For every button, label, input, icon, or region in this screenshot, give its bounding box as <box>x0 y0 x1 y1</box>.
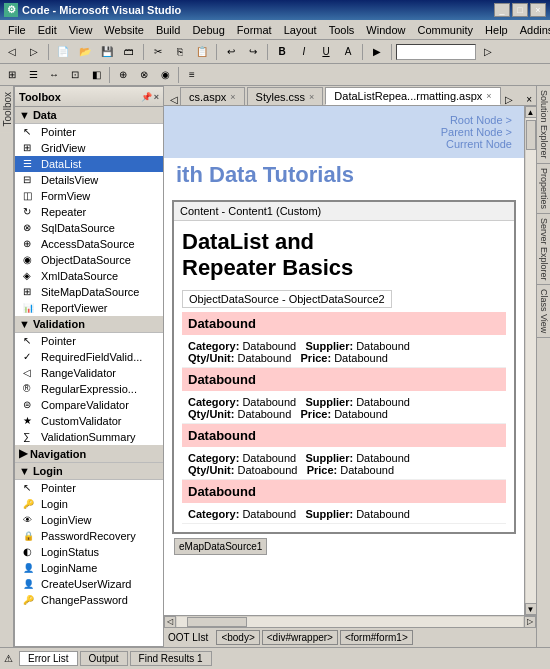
tab-cs-aspx[interactable]: cs.aspx × <box>180 87 245 105</box>
output-tab[interactable]: Output <box>80 651 128 666</box>
menu-format[interactable]: Format <box>231 22 278 38</box>
horizontal-scrollbar[interactable]: ◁ ▷ <box>164 615 536 627</box>
toolbar-cut[interactable]: ✂ <box>148 43 168 61</box>
tool-pointer[interactable]: Pointer <box>15 124 163 140</box>
tool-objectdatasource[interactable]: ObjectDataSource <box>15 252 163 268</box>
menu-view[interactable]: View <box>63 22 99 38</box>
tool-loginview[interactable]: LoginView <box>15 512 163 528</box>
tab-datalist[interactable]: DataListRepea...rmatting.aspx × <box>325 87 500 105</box>
menu-tools[interactable]: Tools <box>323 22 361 38</box>
class-view-tab[interactable]: Class View <box>537 285 550 338</box>
tool-loginstatus[interactable]: LoginStatus <box>15 544 163 560</box>
toolbar2-btn4[interactable]: ⊡ <box>65 66 85 84</box>
menu-window[interactable]: Window <box>360 22 411 38</box>
scroll-thumb[interactable] <box>526 120 536 150</box>
tool-loginname[interactable]: LoginName <box>15 560 163 576</box>
tool-regularexpressionvalidator[interactable]: RegularExpressio... <box>15 381 163 397</box>
menu-addins[interactable]: Addins <box>514 22 550 38</box>
scroll-up-button[interactable]: ▲ <box>525 106 537 118</box>
search-input[interactable]: commandtimeout <box>396 44 476 60</box>
find-results-tab[interactable]: Find Results 1 <box>130 651 212 666</box>
toolbar-back[interactable]: ◁ <box>2 43 22 61</box>
toolbar-open[interactable]: 📂 <box>75 43 95 61</box>
hscroll-right-button[interactable]: ▷ <box>524 616 536 628</box>
toolbar-underline[interactable]: U <box>316 43 336 61</box>
menu-build[interactable]: Build <box>150 22 186 38</box>
html-tag-wrapper[interactable]: <div#wrapper> <box>262 630 338 645</box>
html-tag-body[interactable]: <body> <box>216 630 259 645</box>
tab-datalist-close[interactable]: × <box>486 91 491 101</box>
error-list-tab[interactable]: Error List <box>19 651 78 666</box>
toolbar2-btn2[interactable]: ☰ <box>23 66 43 84</box>
tool-rangevalidator[interactable]: RangeValidator <box>15 365 163 381</box>
menu-community[interactable]: Community <box>411 22 479 38</box>
toolbar2-btn5[interactable]: ◧ <box>86 66 106 84</box>
tool-passwordrecovery[interactable]: PasswordRecovery <box>15 528 163 544</box>
toolbar2-btn1[interactable]: ⊞ <box>2 66 22 84</box>
toolbar-new[interactable]: 📄 <box>53 43 73 61</box>
solution-explorer-tab[interactable]: Solution Explorer <box>537 86 550 164</box>
tab-styles-css[interactable]: Styles.css × <box>247 87 324 105</box>
minimize-button[interactable]: _ <box>494 3 510 17</box>
tab-scroll-left[interactable]: ◁ <box>168 94 180 105</box>
toolbar-search-go[interactable]: ▷ <box>478 43 498 61</box>
tool-reportviewer[interactable]: ReportViewer <box>15 300 163 316</box>
toolbar2-btn6[interactable]: ⊕ <box>113 66 133 84</box>
toolbar-save[interactable]: 💾 <box>97 43 117 61</box>
menu-debug[interactable]: Debug <box>186 22 230 38</box>
toolbar-undo[interactable]: ↩ <box>221 43 241 61</box>
tab-close-all[interactable]: × <box>526 94 536 105</box>
toolbar2-btn3[interactable]: ↔ <box>44 66 64 84</box>
toolbox-header-buttons[interactable]: 📌 × <box>141 92 159 102</box>
tool-formview[interactable]: FormView <box>15 188 163 204</box>
menu-layout[interactable]: Layout <box>278 22 323 38</box>
toolbar-align[interactable]: A <box>338 43 358 61</box>
tool-sitemapdatasource[interactable]: SiteMapDataSource <box>15 284 163 300</box>
toolbar-redo[interactable]: ↪ <box>243 43 263 61</box>
tool-datalist[interactable]: DataList <box>15 156 163 172</box>
tool-requiredfieldvalidator[interactable]: RequiredFieldValid... <box>15 349 163 365</box>
tab-cs-aspx-close[interactable]: × <box>230 92 235 102</box>
menu-file[interactable]: File <box>2 22 32 38</box>
tool-changepassword[interactable]: ChangePassword <box>15 592 163 608</box>
toolbar2-btn9[interactable]: ≡ <box>182 66 202 84</box>
toolbar-bold[interactable]: B <box>272 43 292 61</box>
section-validation[interactable]: ▼ Validation <box>15 316 163 333</box>
tool-customvalidator[interactable]: CustomValidator <box>15 413 163 429</box>
toolbox-pin[interactable]: 📌 <box>141 92 152 102</box>
menu-help[interactable]: Help <box>479 22 514 38</box>
toolbox-tab[interactable]: Toolbox <box>0 86 13 132</box>
menu-edit[interactable]: Edit <box>32 22 63 38</box>
toolbar2-btn7[interactable]: ⊗ <box>134 66 154 84</box>
hscroll-thumb[interactable] <box>187 617 247 627</box>
tool-detailsview[interactable]: DetailsView <box>15 172 163 188</box>
tab-styles-css-close[interactable]: × <box>309 92 314 102</box>
scroll-down-button[interactable]: ▼ <box>525 603 537 615</box>
tab-scroll-right[interactable]: ▷ <box>503 94 515 105</box>
hscroll-track[interactable] <box>177 617 523 627</box>
toolbar-forward[interactable]: ▷ <box>24 43 44 61</box>
tool-sqldatasource[interactable]: SqlDataSource <box>15 220 163 236</box>
window-controls[interactable]: _ □ × <box>494 3 546 17</box>
vertical-scrollbar[interactable]: ▲ ▼ <box>524 106 536 615</box>
toolbox-close[interactable]: × <box>154 92 159 102</box>
tool-xmldatasource[interactable]: XmlDataSource <box>15 268 163 284</box>
scroll-track[interactable] <box>526 118 536 603</box>
html-tag-form[interactable]: <form#form1> <box>340 630 413 645</box>
toolbar-run[interactable]: ▶ <box>367 43 387 61</box>
toolbar2-btn8[interactable]: ◉ <box>155 66 175 84</box>
toolbar-paste[interactable]: 📋 <box>192 43 212 61</box>
tool-repeater[interactable]: Repeater <box>15 204 163 220</box>
tool-accessdatasource[interactable]: AccessDataSource <box>15 236 163 252</box>
close-button[interactable]: × <box>530 3 546 17</box>
tool-login[interactable]: Login <box>15 496 163 512</box>
tool-createuserwizard[interactable]: CreateUserWizard <box>15 576 163 592</box>
tool-val-pointer[interactable]: Pointer <box>15 333 163 349</box>
toolbar-saveall[interactable]: 🗃 <box>119 43 139 61</box>
tool-login-pointer[interactable]: Pointer <box>15 480 163 496</box>
section-login[interactable]: ▼ Login <box>15 463 163 480</box>
server-explorer-tab[interactable]: Server Explorer <box>537 214 550 286</box>
menu-website[interactable]: Website <box>98 22 150 38</box>
section-navigation[interactable]: ▶ Navigation <box>15 445 163 463</box>
toolbar-italic[interactable]: I <box>294 43 314 61</box>
